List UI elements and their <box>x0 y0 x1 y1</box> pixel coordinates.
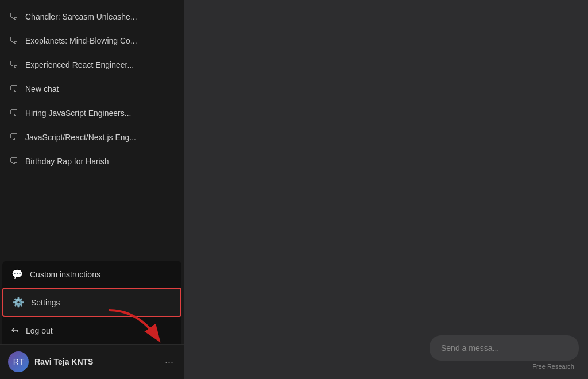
chat-item[interactable]: 🗨 Exoplanets: Mind-Blowing Co... <box>0 29 184 53</box>
menu-item-label: Log out <box>26 326 53 335</box>
chat-bubble-icon: 🗨 <box>9 36 18 46</box>
chat-item-label: New chat <box>25 84 175 94</box>
user-bar: RT Ravi Teja KNTS ··· <box>0 344 184 379</box>
chat-bubble-icon: 🗨 <box>9 60 18 70</box>
menu-item-label: Custom instructions <box>30 270 100 279</box>
menu-item-custom[interactable]: 💬 Custom instructions <box>2 261 181 288</box>
chat-list: 🗨 Chandler: Sarcasm Unleashe... 🗨 Exopla… <box>0 0 184 261</box>
chat-item-label: Hiring JavaScript Engineers... <box>25 109 175 118</box>
message-input[interactable]: Send a messa... <box>430 335 579 361</box>
chat-bubble-icon: 🗨 <box>9 84 18 94</box>
chat-item[interactable]: 🗨 Experienced React Engineer... <box>0 53 184 77</box>
chat-item-label: Chandler: Sarcasm Unleashe... <box>25 12 175 21</box>
context-menu: 💬 Custom instructions ⚙️ Settings ↪ Log … <box>2 261 181 344</box>
custom-instructions-icon: 💬 <box>11 269 23 280</box>
avatar: RT <box>8 351 29 372</box>
chat-item[interactable]: 🗨 New chat <box>0 77 184 101</box>
chat-item[interactable]: 🗨 JavaScript/React/Next.js Eng... <box>0 125 184 149</box>
chat-item-label: Birthday Rap for Harish <box>25 157 175 166</box>
user-menu-button[interactable]: ··· <box>163 354 176 370</box>
chat-bubble-icon: 🗨 <box>9 108 18 118</box>
main-content: Send a messa... Free Research <box>184 0 588 379</box>
chat-item-label: Experienced React Engineer... <box>25 60 175 69</box>
chat-item-label: Exoplanets: Mind-Blowing Co... <box>25 36 175 45</box>
chat-bubble-icon: 🗨 <box>9 156 18 167</box>
menu-item-logout[interactable]: ↪ Log out <box>2 317 181 344</box>
logout-icon: ↪ <box>11 325 19 336</box>
settings-icon: ⚙️ <box>13 297 24 308</box>
user-name: Ravi Teja KNTS <box>34 357 157 366</box>
menu-item-label: Settings <box>31 298 60 307</box>
chat-item[interactable]: 🗨 Birthday Rap for Harish <box>0 149 184 173</box>
sidebar: 🗨 Chandler: Sarcasm Unleashe... 🗨 Exopla… <box>0 0 184 379</box>
chat-item[interactable]: 🗨 Hiring JavaScript Engineers... <box>0 101 184 125</box>
chat-item[interactable]: 🗨 Chandler: Sarcasm Unleashe... <box>0 5 184 29</box>
chat-bubble-icon: 🗨 <box>9 132 18 142</box>
message-input-area: Send a messa... Free Research <box>430 335 579 370</box>
free-research-label: Free Research <box>532 363 579 370</box>
chat-item-label: JavaScript/React/Next.js Eng... <box>25 133 175 142</box>
menu-item-settings[interactable]: ⚙️ Settings <box>2 288 181 317</box>
chat-bubble-icon: 🗨 <box>9 11 18 22</box>
